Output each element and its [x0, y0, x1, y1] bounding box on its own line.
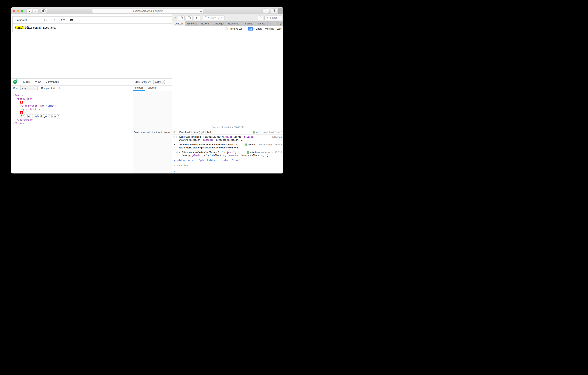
preserve-log-control[interactable]: Preserve Log [225, 27, 242, 30]
page-count[interactable]: 4 [205, 16, 209, 19]
sidebar-toggle-button[interactable] [41, 9, 47, 13]
back-icon [28, 10, 30, 12]
bold-button[interactable]: B [43, 18, 48, 22]
devtools-tab-elements[interactable]: Elements [185, 21, 199, 26]
close-devtools-button[interactable]: ✕ [174, 16, 177, 19]
placeholder-widget[interactable]: {time} [15, 26, 24, 29]
more-tabs-icon[interactable]: » [268, 21, 273, 26]
search-scope-chevron-icon: ▾ [268, 17, 269, 19]
close-window-button[interactable] [13, 10, 15, 12]
console-filter-errors[interactable]: Errors [256, 27, 262, 30]
back-button[interactable] [26, 9, 32, 13]
url-bar[interactable]: localhost/creating-a-plugin2/ [92, 9, 204, 13]
console-result-row[interactable]: < undefined [172, 163, 284, 168]
detach-devtools-button[interactable] [178, 16, 185, 20]
element-picker-button[interactable] [258, 16, 263, 20]
source-location[interactable]: inspector.js:133:326 [261, 151, 282, 154]
tab-overview-button[interactable] [271, 9, 277, 13]
message-gutter: ▶ [174, 135, 179, 142]
minimize-window-button[interactable] [17, 10, 19, 12]
plus-icon: + [280, 9, 282, 13]
bulleted-list-button[interactable] [69, 18, 74, 22]
inspector-tab-view[interactable]: View [33, 79, 43, 85]
preserve-log-checkbox[interactable] [225, 27, 228, 30]
tree-line[interactable]: "Editor content goes here." [13, 114, 133, 118]
reload-icon[interactable] [200, 10, 202, 12]
share-button[interactable] [262, 9, 269, 13]
bulleted-list-icon [70, 19, 73, 21]
root-value: main [22, 87, 27, 89]
inspector-tab-commands[interactable]: Commands [43, 79, 61, 85]
tree-line[interactable]: ] [13, 111, 133, 115]
editor-instance-label: Editor instance: [134, 81, 151, 83]
console-filter-warnings[interactable]: Warnings [265, 27, 274, 30]
tree-line[interactable]: </$root> [13, 121, 133, 125]
editor-instance-select[interactable]: editor [153, 80, 165, 84]
disclosure-expanded-icon[interactable]: ▼ [174, 143, 175, 146]
inspector-tab-model[interactable]: Model [21, 79, 33, 85]
collapse-inspector-chevron-icon[interactable]: ⌄ [167, 80, 170, 84]
devtools-tab-debugger[interactable]: Debugger [212, 21, 226, 26]
devtools-toolbar: ✕ [172, 14, 284, 21]
console-filter-logs[interactable]: Logs [277, 27, 282, 30]
devtools-tab-storage[interactable]: Storage [255, 21, 267, 26]
devtools-tab-console[interactable]: Console [172, 21, 185, 26]
devtools-tab-network[interactable]: Network [199, 21, 212, 26]
crosshair-icon [259, 16, 262, 19]
url-text: localhost/creating-a-plugin2/ [133, 10, 163, 12]
tree-line[interactable]: <$root> [13, 93, 133, 97]
separator: — [260, 131, 262, 134]
source-location[interactable]: inspector.js:133:182 [259, 143, 282, 146]
tree-line[interactable]: [ [13, 100, 133, 104]
message-text: fattach—inspector.js:133:182Attached the… [179, 143, 282, 149]
gear-icon[interactable]: ⚙ [278, 21, 284, 26]
console-input[interactable] [177, 169, 282, 173]
search-icon [266, 17, 268, 19]
italic-button[interactable]: I [52, 18, 56, 22]
search-placeholder: Search [270, 16, 278, 19]
root-select[interactable]: main [20, 86, 38, 90]
console-input-row[interactable]: > [172, 168, 284, 174]
source-location[interactable]: app.js:21 [272, 135, 282, 138]
disclosure-collapsed-icon[interactable]: ▶ [179, 151, 180, 154]
paragraph-dropdown[interactable]: Paragraph ⌄ [14, 17, 39, 23]
close-icon: ✕ [174, 16, 176, 19]
tree-line[interactable]: </placeholder> [13, 108, 133, 111]
browser-window: localhost/creating-a-plugin2/ + [11, 7, 284, 174]
console-filter-all[interactable]: All [248, 27, 253, 31]
devtools-search-field[interactable]: ▾ Search [264, 16, 282, 20]
new-tab-button[interactable]: + [278, 8, 284, 14]
tree-line[interactable]: </paragraph> [13, 118, 133, 122]
warning-count[interactable]: 0 [218, 16, 223, 19]
console-command-row[interactable]: > editor.execute( 'placeholder', { value… [172, 158, 284, 163]
docs-link[interactable]: https://ckeditor.com/docs/ckeditor5 [198, 146, 238, 149]
forward-icon [35, 10, 37, 12]
forward-button[interactable] [33, 9, 38, 13]
tree-guide [14, 98, 14, 122]
tree-line[interactable]: <paragraph> [13, 97, 133, 101]
function-name: attach [250, 151, 256, 154]
nav-buttons [26, 9, 38, 13]
disclosure-collapsed-icon[interactable]: ▶ [176, 136, 177, 138]
devtools-tab-resources[interactable]: Resources [226, 21, 241, 26]
dock-devtools-button[interactable] [186, 16, 192, 20]
zoom-window-button[interactable] [21, 10, 23, 12]
reload-page-button[interactable] [194, 16, 200, 20]
compact-text-checkbox[interactable] [57, 87, 60, 89]
source-location[interactable]: placeholderui.js:7 [263, 131, 282, 134]
editor-content[interactable]: {time} Editor content goes here. [12, 24, 189, 32]
console-message[interactable]: finit—placeholderui.js:7PlaceholderUI#in… [172, 130, 284, 135]
tree-line[interactable]: <placeholder name="time"> [13, 104, 133, 108]
numbered-list-button[interactable]: 1 2 [61, 18, 65, 22]
message-source: —app.js:21 [269, 135, 282, 138]
devtools-tab-timelines[interactable]: Timelines [241, 21, 255, 26]
console-message[interactable]: ▶—app.js:21Editor was initialized – Clas… [172, 135, 284, 142]
document-icon [205, 16, 207, 19]
pane-tab-inspect[interactable]: Inspect [133, 86, 145, 91]
pane-tab-selection[interactable]: Selection [145, 86, 159, 91]
console-message[interactable]: ▶fattach—inspector.js:133:326Editor inst… [172, 150, 284, 158]
error-count[interactable]: 0 [211, 16, 216, 19]
add-tab-icon[interactable]: + [273, 21, 278, 26]
console-message[interactable]: ▼fattach—inspector.js:133:182Attached th… [172, 142, 284, 150]
page-count-value: 4 [208, 16, 209, 19]
